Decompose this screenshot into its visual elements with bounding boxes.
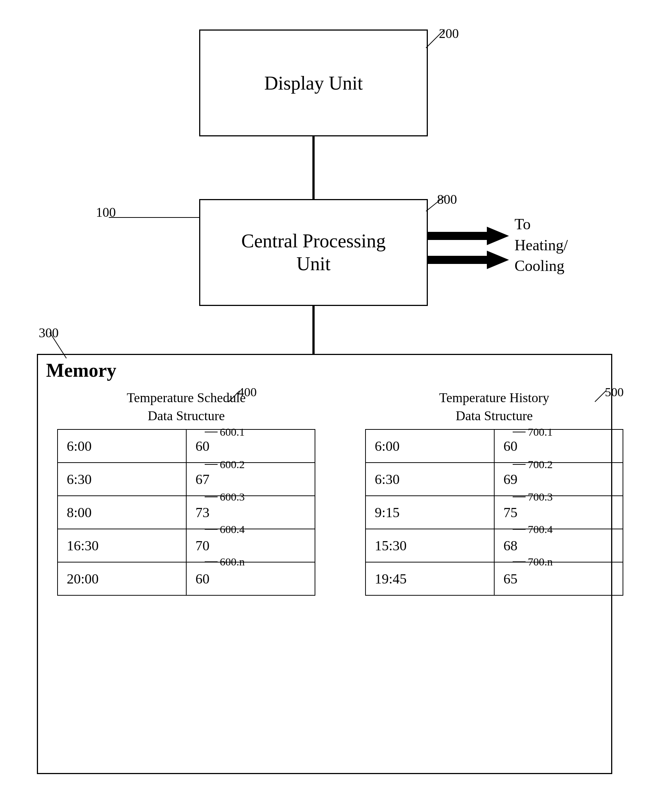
- cpu-box: Central ProcessingUnit: [199, 199, 428, 306]
- history-ref-label: 700.1: [513, 426, 553, 438]
- temp-history-table: 6:00606:30699:157515:306819:4565: [365, 429, 624, 596]
- line-display-to-cpu: [313, 136, 314, 199]
- history-row: 9:1575: [366, 496, 623, 529]
- svg-line-8: [229, 391, 240, 402]
- svg-marker-4: [487, 227, 509, 245]
- schedule-row: 6:0060: [57, 429, 315, 462]
- history-row: 15:3068: [366, 529, 623, 562]
- history-time: 19:45: [366, 562, 494, 595]
- ref-500-line: [593, 389, 608, 404]
- svg-rect-5: [428, 256, 487, 264]
- line-cpu-to-memory: [313, 306, 314, 354]
- schedule-ref-label: 600.4: [205, 523, 245, 536]
- diagram: Display Unit 200 Central ProcessingUnit …: [0, 0, 672, 808]
- schedule-ref-label: 600.n: [205, 556, 245, 568]
- history-ref-label: 700.4: [513, 523, 553, 536]
- temp-schedule-title: Temperature ScheduleData Structure: [57, 389, 315, 425]
- heating-cooling-text: ToHeating/Cooling: [515, 214, 568, 277]
- svg-marker-6: [487, 250, 509, 269]
- history-ref-label: 700.n: [513, 556, 553, 568]
- ref-200-line: [424, 28, 446, 50]
- history-ref-label: 700.2: [513, 458, 553, 471]
- schedule-row: 16:3070: [57, 529, 315, 562]
- history-time: 15:30: [366, 529, 494, 562]
- temp-schedule-table: 6:00606:30678:007316:307020:0060: [57, 429, 315, 596]
- svg-line-0: [426, 30, 445, 48]
- schedule-time: 20:00: [57, 562, 186, 595]
- history-row: 6:3069: [366, 462, 623, 496]
- ref-300-line: [48, 331, 85, 360]
- history-row: 19:4565: [366, 562, 623, 595]
- history-time: 6:30: [366, 462, 494, 496]
- temp-schedule-container: Temperature ScheduleData Structure 6:006…: [57, 389, 315, 596]
- svg-rect-3: [428, 232, 487, 240]
- cpu-label: Central ProcessingUnit: [241, 230, 385, 276]
- schedule-ref-label: 600.1: [205, 426, 245, 438]
- history-row: 6:0060: [366, 429, 623, 462]
- arrow-2: [428, 250, 509, 270]
- memory-label: Memory: [46, 359, 117, 381]
- ref-800-line: [424, 195, 446, 213]
- history-time: 6:00: [366, 429, 494, 462]
- temp-history-title: Temperature HistoryData Structure: [365, 389, 624, 425]
- schedule-time: 6:00: [57, 429, 186, 462]
- schedule-time: 16:30: [57, 529, 186, 562]
- schedule-time: 8:00: [57, 496, 186, 529]
- history-time: 9:15: [366, 496, 494, 529]
- svg-line-9: [595, 391, 606, 402]
- arrow-1: [428, 227, 509, 247]
- display-unit-label: Display Unit: [264, 72, 363, 94]
- schedule-row: 8:0073: [57, 496, 315, 529]
- schedule-row: 6:3067: [57, 462, 315, 496]
- history-ref-label: 700.3: [513, 491, 553, 503]
- schedule-row: 20:0060: [57, 562, 315, 595]
- schedule-ref-label: 600.3: [205, 491, 245, 503]
- ref-400-line: [227, 389, 242, 404]
- display-unit-box: Display Unit: [199, 30, 428, 136]
- schedule-ref-label: 600.2: [205, 458, 245, 471]
- svg-line-7: [50, 332, 66, 358]
- ref-100-line: [107, 210, 203, 225]
- temp-history-container: Temperature HistoryData Structure 6:0060…: [365, 389, 624, 596]
- schedule-time: 6:30: [57, 462, 186, 496]
- svg-line-2: [426, 197, 445, 211]
